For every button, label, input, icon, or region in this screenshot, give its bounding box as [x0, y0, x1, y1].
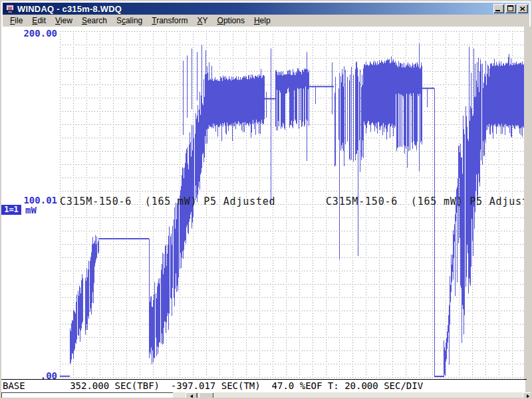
window-title: WINDAQ - c315m-8.WDQ [17, 4, 122, 14]
menu-item-options[interactable]: Options [213, 15, 249, 27]
minimize-button[interactable] [493, 4, 504, 13]
position-gauge [1, 392, 173, 399]
close-icon [520, 7, 525, 11]
menu-item-edit[interactable]: Edit [27, 15, 51, 27]
window-controls [493, 4, 528, 13]
menu-item-help[interactable]: Help [249, 15, 275, 27]
horizontal-scrollbar[interactable] [1, 392, 532, 399]
waveform-chart [1, 27, 527, 392]
close-button[interactable] [517, 4, 528, 13]
scrollbar-thumb[interactable] [199, 392, 213, 399]
title-bar[interactable]: W WINDAQ - c315m-8.WDQ [3, 3, 529, 15]
unit-label: mW [25, 205, 37, 215]
menu-item-scaling[interactable]: Scaling [112, 15, 147, 27]
y-axis-mid-label: 100.01 [1, 195, 57, 205]
menu-item-view[interactable]: View [51, 15, 77, 27]
restore-icon [507, 5, 513, 11]
menu-item-xy[interactable]: XY [193, 15, 213, 27]
svg-text:W: W [8, 6, 13, 11]
chart-area[interactable]: 200.00 100.01 .00 1=1 mW C315M-150-6 (16… [1, 27, 527, 392]
windaq-window: W WINDAQ - c315m-8.WDQ FileEditViewSearc… [0, 0, 532, 399]
right-border-strip [524, 27, 531, 392]
restore-button[interactable] [505, 4, 516, 13]
scroll-right-button[interactable] [523, 392, 532, 399]
menu-item-transform[interactable]: Transform [147, 15, 192, 27]
trace-annotation-2: C315M-150-6 (165 mW) P5 Adjusted [326, 196, 527, 207]
minimize-icon [495, 10, 500, 11]
menu-bar: FileEditViewSearchScalingTransformXYOpti… [3, 15, 529, 27]
waveform-trace [70, 43, 527, 377]
arrow-right-icon [527, 394, 529, 398]
status-bar: BASE 352.000 SEC(TBF) -397.017 SEC(TM) 4… [3, 380, 525, 392]
windaq-app-icon: W [5, 4, 15, 13]
trace-annotation-1: C315M-150-6 (165 mW) P5 Adjusted [60, 196, 275, 207]
arrow-left-icon [190, 394, 193, 398]
menu-item-search[interactable]: Search [77, 15, 112, 27]
status-separator [1, 379, 527, 380]
scroll-left-button[interactable] [186, 392, 198, 399]
channel-badge[interactable]: 1=1 [1, 205, 21, 215]
menu-item-file[interactable]: File [5, 15, 27, 27]
y-axis-top-label: 200.00 [1, 28, 57, 39]
